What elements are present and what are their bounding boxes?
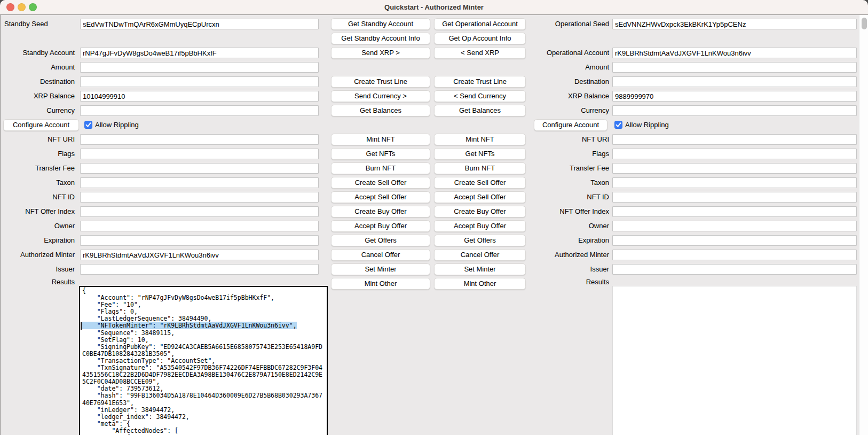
standby-nft-uri-input[interactable] bbox=[80, 134, 319, 145]
op-set-minter-button[interactable]: Set Minter bbox=[434, 263, 526, 275]
op-amount-input[interactable] bbox=[612, 62, 857, 73]
standby-get-balances-button[interactable]: Get Balances bbox=[331, 105, 430, 116]
op-create-buy-offer-button[interactable]: Create Buy Offer bbox=[434, 206, 526, 217]
standby-authorized-minter-input[interactable] bbox=[80, 250, 319, 260]
checkmark-icon bbox=[84, 121, 92, 129]
authorized-minter-label: Authorized Minter bbox=[1, 250, 75, 260]
standby-currency-input[interactable] bbox=[80, 105, 319, 116]
op-operational-seed-input[interactable] bbox=[612, 19, 857, 29]
results-line: "inLedger": 38494472, bbox=[82, 407, 327, 414]
standby-mint-nft-button[interactable]: Mint NFT bbox=[331, 134, 430, 145]
op-get-operational-account-button[interactable]: Get Operational Account bbox=[434, 18, 526, 30]
op-owner-input[interactable] bbox=[612, 221, 857, 231]
checkmark-icon bbox=[614, 121, 622, 129]
standby-send-xrp-button[interactable]: Send XRP > bbox=[331, 47, 430, 59]
standby-amount-input[interactable] bbox=[80, 62, 319, 73]
standby-nft-offer-index-input[interactable] bbox=[80, 206, 319, 217]
standby-owner-input[interactable] bbox=[80, 221, 319, 231]
standby-expiration-input[interactable] bbox=[80, 235, 319, 246]
owner-label: Owner bbox=[1, 221, 75, 231]
op-nft-id-input[interactable] bbox=[612, 192, 857, 203]
standby-seed-label: Standby Seed bbox=[1, 19, 78, 29]
results-line: "AffectedNodes": [ bbox=[82, 428, 327, 434]
nft-id-label: NFT ID bbox=[1, 192, 75, 203]
op-allow-rippling-checkbox[interactable] bbox=[614, 121, 622, 129]
selected-text: "NFTokenMinter": "rK9LBRhStdmtAaVdJXGVF1… bbox=[82, 322, 297, 329]
op-expiration-input[interactable] bbox=[612, 235, 857, 246]
op-accept-sell-offer-button[interactable]: Accept Sell Offer bbox=[434, 191, 526, 203]
op-allow-rippling-label: Allow Rippling bbox=[625, 120, 669, 130]
op-currency-input[interactable] bbox=[612, 105, 857, 116]
op-create-trust-line-button[interactable]: Create Trust Line bbox=[434, 76, 526, 88]
op-burn-nft-button[interactable]: Burn NFT bbox=[434, 162, 526, 174]
minimize-button[interactable] bbox=[18, 3, 26, 11]
expiration-label: Expiration bbox=[1, 235, 75, 246]
op-mint-nft-button[interactable]: Mint NFT bbox=[434, 134, 526, 145]
standby-xrp-balance-input[interactable] bbox=[80, 91, 319, 102]
standby-results-label: Results bbox=[1, 277, 75, 288]
issuer-label: Issuer bbox=[1, 264, 75, 275]
zoom-button[interactable] bbox=[29, 3, 37, 11]
op-results-text[interactable] bbox=[612, 286, 857, 435]
titlebar: Quickstart - Authorized Minter bbox=[0, 0, 868, 15]
results-line: "hash": "99FB136034D5A1878E10464D360009E… bbox=[82, 392, 327, 399]
op-issuer-input[interactable] bbox=[612, 264, 857, 275]
op-get-balances-button[interactable]: Get Balances bbox=[434, 105, 526, 116]
close-button[interactable] bbox=[6, 3, 14, 11]
standby-cancel-offer-button[interactable]: Cancel Offer bbox=[331, 249, 430, 261]
op-nft-offer-index-input[interactable] bbox=[612, 206, 857, 217]
standby-set-minter-button[interactable]: Set Minter bbox=[331, 263, 430, 275]
op-xrp-balance-input[interactable] bbox=[612, 91, 857, 102]
vertical-scrollbar[interactable] bbox=[859, 15, 868, 435]
amount-label: Amount bbox=[1, 62, 75, 73]
results-line: "meta": { bbox=[82, 421, 327, 428]
standby-standby-account-input[interactable] bbox=[80, 48, 319, 58]
standby-get-nfts-button[interactable]: Get NFTs bbox=[331, 148, 430, 160]
standby-get-standby-account-button[interactable]: Get Standby Account bbox=[331, 18, 430, 30]
standby-transfer-fee-input[interactable] bbox=[80, 163, 319, 174]
results-line: "SigningPubKey": "ED924CA3CAEB5A6615E685… bbox=[82, 344, 327, 351]
op-create-sell-offer-button[interactable]: Create Sell Offer bbox=[434, 177, 526, 189]
op-get-offers-button[interactable]: Get Offers bbox=[434, 235, 526, 246]
standby-burn-nft-button[interactable]: Burn NFT bbox=[331, 162, 430, 174]
op-nft-uri-input[interactable] bbox=[612, 134, 857, 145]
op-mint-other-button[interactable]: Mint Other bbox=[434, 278, 526, 290]
nft-offer-index-label: NFT Offer Index bbox=[1, 206, 75, 217]
standby-accept-buy-offer-button[interactable]: Accept Buy Offer bbox=[331, 220, 430, 232]
op-transfer-fee-input[interactable] bbox=[612, 163, 857, 174]
op-accept-buy-offer-button[interactable]: Accept Buy Offer bbox=[434, 220, 526, 232]
standby-mint-other-button[interactable]: Mint Other bbox=[331, 278, 430, 290]
standby-allow-rippling-checkbox[interactable] bbox=[84, 121, 92, 129]
standby-configure-account-button[interactable]: Configure Account bbox=[3, 119, 79, 131]
amount-label: Amount bbox=[506, 62, 609, 73]
standby-send-currency-button[interactable]: Send Currency > bbox=[331, 90, 430, 102]
standby-issuer-input[interactable] bbox=[80, 264, 319, 275]
op-get-nfts-button[interactable]: Get NFTs bbox=[434, 148, 526, 160]
op-configure-account-button[interactable]: Configure Account bbox=[534, 119, 607, 131]
op-get-op-account-info-button[interactable]: Get Op Account Info bbox=[434, 33, 526, 44]
scrollbar-thumb[interactable] bbox=[862, 18, 867, 29]
op-operational-account-input[interactable] bbox=[612, 48, 857, 58]
op-flags-input[interactable] bbox=[612, 149, 857, 159]
taxon-label: Taxon bbox=[1, 177, 75, 188]
window-title: Quickstart - Authorized Minter bbox=[0, 0, 868, 14]
standby-create-trust-line-button[interactable]: Create Trust Line bbox=[331, 76, 430, 88]
standby-accept-sell-offer-button[interactable]: Accept Sell Offer bbox=[331, 191, 430, 203]
op-send-currency-button[interactable]: < Send Currency bbox=[434, 90, 526, 102]
standby-destination-input[interactable] bbox=[80, 76, 319, 87]
standby-create-buy-offer-button[interactable]: Create Buy Offer bbox=[331, 206, 430, 217]
standby-results-text[interactable]: { "Account": "rNP47gJFvDyW8gsDo4weB17if5… bbox=[79, 286, 328, 435]
standby-create-sell-offer-button[interactable]: Create Sell Offer bbox=[331, 177, 430, 189]
standby-get-offers-button[interactable]: Get Offers bbox=[331, 235, 430, 246]
op-cancel-offer-button[interactable]: Cancel Offer bbox=[434, 249, 526, 261]
standby-get-standby-account-info-button[interactable]: Get Standby Account Info bbox=[331, 33, 430, 44]
op-destination-input[interactable] bbox=[612, 76, 857, 87]
standby-standby-seed-input[interactable] bbox=[80, 19, 319, 29]
standby-taxon-input[interactable] bbox=[80, 177, 319, 188]
op-taxon-input[interactable] bbox=[612, 177, 857, 188]
standby-flags-input[interactable] bbox=[80, 149, 319, 159]
xrp-balance-label: XRP Balance bbox=[1, 91, 75, 102]
op-send-xrp-button[interactable]: < Send XRP bbox=[434, 47, 526, 59]
op-authorized-minter-input[interactable] bbox=[612, 250, 857, 260]
standby-nft-id-input[interactable] bbox=[80, 192, 319, 203]
